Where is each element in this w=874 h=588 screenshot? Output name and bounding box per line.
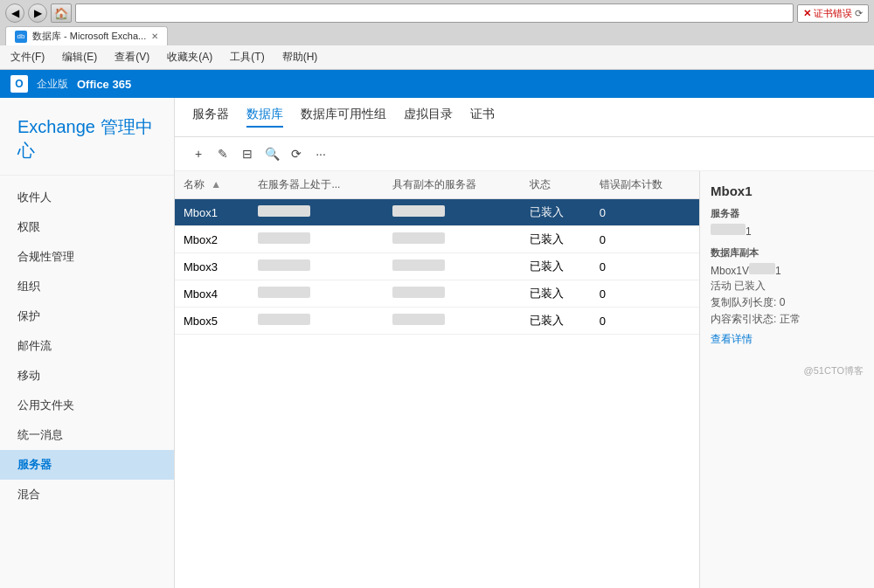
tab-close-button[interactable]: ✕ bbox=[151, 31, 158, 41]
browser-nav: ◀ ▶ 🏠 ✕ 证书错误 ⟳ bbox=[5, 3, 869, 23]
databases-table: 名称 ▲ 在服务器上处于... 具有副本的服务器 状态 错误副本计数 bbox=[175, 171, 699, 335]
cell-name: Mbox4 bbox=[175, 280, 249, 308]
detail-status-line: 活动 已装入 bbox=[711, 279, 864, 294]
sidebar-item-protection[interactable]: 保护 bbox=[0, 301, 174, 331]
col-server-mounted: 在服务器上处于... bbox=[249, 171, 384, 199]
table-row[interactable]: Mbox1 已装入 0 bbox=[175, 199, 699, 226]
office-product: Office 365 bbox=[77, 78, 131, 91]
toolbar: + ✎ ⊟ 🔍 ⟳ ··· bbox=[175, 137, 874, 171]
main-layout: Exchange 管理中心 收件人 权限 合规性管理 组织 保护 邮件流 移动 … bbox=[0, 98, 874, 588]
cell-server1 bbox=[249, 199, 384, 226]
tab-dag[interactable]: 数据库可用性组 bbox=[301, 107, 386, 128]
menu-tools[interactable]: 工具(T) bbox=[226, 48, 267, 66]
cell-errors: 0 bbox=[591, 308, 699, 335]
menu-bar: 文件(F) 编辑(E) 查看(V) 收藏夹(A) 工具(T) 帮助(H) bbox=[0, 45, 874, 70]
menu-favorites[interactable]: 收藏夹(A) bbox=[163, 48, 216, 66]
col-error-copies: 错误副本计数 bbox=[591, 171, 699, 199]
cell-errors: 0 bbox=[591, 199, 699, 226]
tab-servers[interactable]: 服务器 bbox=[192, 107, 229, 128]
tab-virtual-dirs[interactable]: 虚拟目录 bbox=[404, 107, 453, 128]
refresh-button[interactable]: ⟳ bbox=[287, 144, 306, 163]
page-title: Exchange 管理中心 bbox=[0, 107, 174, 176]
col-replica-servers: 具有副本的服务器 bbox=[384, 171, 521, 199]
sidebar-item-permissions[interactable]: 权限 bbox=[0, 212, 174, 242]
detail-db-copy-name: Mbox1V1 bbox=[711, 263, 864, 277]
cert-refresh-icon[interactable]: ⟳ bbox=[855, 8, 863, 19]
office-edition: 企业版 bbox=[37, 77, 68, 92]
menu-file[interactable]: 文件(F) bbox=[7, 48, 48, 66]
browser-chrome: ◀ ▶ 🏠 ✕ 证书错误 ⟳ db 数据库 - Microsoft Excha.… bbox=[0, 0, 874, 45]
detail-title: Mbox1 bbox=[711, 183, 864, 198]
menu-view[interactable]: 查看(V) bbox=[111, 48, 153, 66]
detail-content-index: 内容索引状态: 正常 bbox=[711, 312, 864, 327]
sidebar-item-servers[interactable]: 服务器 bbox=[0, 450, 174, 480]
sort-arrow-icon: ▲ bbox=[211, 178, 221, 190]
cert-error-icon: ✕ bbox=[803, 8, 811, 19]
cert-error-text: 证书错误 bbox=[814, 7, 852, 20]
cell-server2 bbox=[384, 253, 521, 280]
cell-status: 已装入 bbox=[521, 253, 591, 280]
forward-button[interactable]: ▶ bbox=[28, 3, 47, 23]
table-row[interactable]: Mbox5 已装入 0 bbox=[175, 308, 699, 335]
table-container: 名称 ▲ 在服务器上处于... 具有副本的服务器 状态 错误副本计数 bbox=[175, 171, 874, 588]
edit-button[interactable]: ✎ bbox=[213, 144, 232, 163]
col-name: 名称 ▲ bbox=[175, 171, 249, 199]
detail-queue-length: 复制队列长度: 0 bbox=[711, 295, 864, 310]
delete-button[interactable]: ⊟ bbox=[238, 144, 257, 163]
search-button[interactable]: 🔍 bbox=[262, 144, 281, 163]
cell-name: Mbox2 bbox=[175, 226, 249, 253]
right-panel: 服务器 数据库 数据库可用性组 虚拟目录 证书 + ✎ ⊟ 🔍 ⟳ ··· bbox=[175, 98, 874, 588]
cell-status: 已装入 bbox=[521, 308, 591, 335]
table-row[interactable]: Mbox3 已装入 0 bbox=[175, 253, 699, 280]
cell-name: Mbox3 bbox=[175, 253, 249, 280]
table-row[interactable]: Mbox4 已装入 0 bbox=[175, 280, 699, 308]
sidebar-item-hybrid[interactable]: 混合 bbox=[0, 480, 174, 509]
detail-panel: Mbox1 服务器 1 数据库副本 Mbox1V1 活动 已装入 复制队列长度:… bbox=[699, 171, 874, 588]
cell-errors: 0 bbox=[591, 253, 699, 280]
office-logo: O bbox=[10, 75, 28, 93]
detail-view-link[interactable]: 查看详情 bbox=[711, 333, 753, 345]
sidebar-item-um[interactable]: 统一消息 bbox=[0, 420, 174, 450]
more-button[interactable]: ··· bbox=[311, 144, 330, 163]
sidebar-item-mailflow[interactable]: 邮件流 bbox=[0, 331, 174, 361]
cell-name: Mbox5 bbox=[175, 308, 249, 335]
col-status: 状态 bbox=[521, 171, 591, 199]
office-bar: O 企业版 Office 365 bbox=[0, 70, 874, 98]
sidebar: Exchange 管理中心 收件人 权限 合规性管理 组织 保护 邮件流 移动 … bbox=[0, 98, 175, 588]
tab-certificates[interactable]: 证书 bbox=[470, 107, 495, 128]
cell-server2 bbox=[384, 199, 521, 226]
add-button[interactable]: + bbox=[189, 144, 208, 163]
cell-server1 bbox=[249, 308, 384, 335]
sidebar-item-organization[interactable]: 组织 bbox=[0, 272, 174, 301]
home-icon[interactable]: 🏠 bbox=[51, 3, 72, 23]
detail-db-copy-label: 数据库副本 bbox=[711, 246, 864, 259]
cell-server1 bbox=[249, 280, 384, 308]
tab-label: 数据库 - Microsoft Excha... bbox=[32, 30, 146, 43]
data-table: 名称 ▲ 在服务器上处于... 具有副本的服务器 状态 错误副本计数 bbox=[175, 171, 699, 588]
cell-server2 bbox=[384, 280, 521, 308]
browser-tab[interactable]: db 数据库 - Microsoft Excha... ✕ bbox=[5, 26, 168, 45]
tab-databases[interactable]: 数据库 bbox=[246, 107, 283, 128]
detail-server-value: 1 bbox=[711, 224, 864, 238]
sidebar-item-compliance[interactable]: 合规性管理 bbox=[0, 242, 174, 272]
cell-server2 bbox=[384, 226, 521, 253]
cell-errors: 0 bbox=[591, 280, 699, 308]
menu-help[interactable]: 帮助(H) bbox=[279, 48, 322, 66]
table-row[interactable]: Mbox2 已装入 0 bbox=[175, 226, 699, 253]
cell-status: 已装入 bbox=[521, 226, 591, 253]
address-bar[interactable] bbox=[75, 3, 794, 23]
sidebar-item-mobile[interactable]: 移动 bbox=[0, 361, 174, 391]
tab-favicon: db bbox=[15, 31, 27, 43]
watermark: @51CTO博客 bbox=[711, 364, 864, 377]
cert-error-badge: ✕ 证书错误 ⟳ bbox=[797, 4, 869, 23]
cell-server2 bbox=[384, 308, 521, 335]
content-area: Exchange 管理中心 收件人 权限 合规性管理 组织 保护 邮件流 移动 … bbox=[0, 98, 874, 588]
cell-server1 bbox=[249, 226, 384, 253]
cell-status: 已装入 bbox=[521, 280, 591, 308]
cell-errors: 0 bbox=[591, 226, 699, 253]
back-button[interactable]: ◀ bbox=[5, 3, 24, 23]
detail-server-label: 服务器 bbox=[711, 207, 864, 220]
menu-edit[interactable]: 编辑(E) bbox=[59, 48, 101, 66]
sidebar-item-publicfolders[interactable]: 公用文件夹 bbox=[0, 391, 174, 420]
sidebar-item-recipients[interactable]: 收件人 bbox=[0, 183, 174, 212]
